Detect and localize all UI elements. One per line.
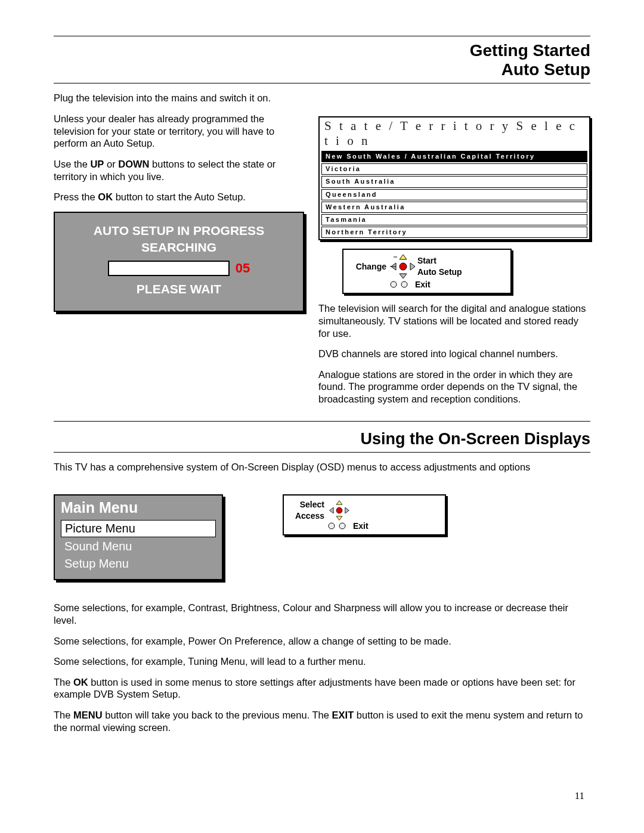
exit-buttons-icon xyxy=(386,280,415,289)
key-name-ok: OK xyxy=(98,191,113,202)
main-menu-title: Main Menu xyxy=(61,499,216,516)
svg-marker-12 xyxy=(345,507,349,513)
state-territory-panel: S t a t e / T e r r i t o r y S e l e c … xyxy=(318,116,590,240)
state-option-nsw-act[interactable]: New South Wales / Australian Capital Ter… xyxy=(321,151,587,162)
progress-counter: 05 xyxy=(236,261,250,276)
auto-setup-progress-panel: AUTO SETUP IN PROGRESS SEARCHING 05 PLEA… xyxy=(54,212,304,312)
svg-point-8 xyxy=(401,281,407,287)
nav-label-start: Start xyxy=(417,255,504,267)
svg-marker-0 xyxy=(400,255,407,259)
state-option-wa[interactable]: Western Australia xyxy=(321,202,587,213)
nav-label-change: Change xyxy=(356,262,386,271)
key-name-exit: EXIT xyxy=(332,710,354,720)
progress-bar xyxy=(108,261,230,276)
progress-line-3: PLEASE WAIT xyxy=(66,282,292,296)
osd-intro: This TV has a comprehensive system of On… xyxy=(54,461,590,473)
progress-line-2: SEARCHING xyxy=(66,240,292,255)
svg-point-4 xyxy=(400,263,407,270)
svg-marker-3 xyxy=(410,263,415,270)
menu-item-sound[interactable]: Sound Menu xyxy=(61,538,216,555)
key-name-ok: OK xyxy=(73,677,88,688)
text-fragment: button is used in some menus to store se… xyxy=(54,677,575,700)
osd-para-3: Some selections, for example, Tuning Men… xyxy=(54,655,590,668)
text-fragment: button to start the Auto Setup. xyxy=(113,191,246,202)
svg-point-13 xyxy=(336,507,342,513)
text-fragment: Press the xyxy=(54,191,98,202)
svg-marker-9 xyxy=(336,500,342,504)
key-name-down: DOWN xyxy=(118,159,149,169)
nav-label-exit: Exit xyxy=(415,280,431,289)
svg-point-14 xyxy=(329,523,335,529)
state-option-vic[interactable]: Victoria xyxy=(321,163,587,175)
svg-marker-1 xyxy=(400,274,407,278)
state-option-qld[interactable]: Queensland xyxy=(321,189,587,200)
page-title: Getting Started Auto Setup xyxy=(54,41,590,79)
search-para-2: DVB channels are stored into logical cha… xyxy=(318,348,590,360)
svg-point-7 xyxy=(391,281,397,287)
key-name-up: UP xyxy=(90,159,104,169)
section-heading-osd: Using the On-Screen Displays xyxy=(54,430,590,448)
text-fragment: or xyxy=(104,159,118,169)
nav-label-exit: Exit xyxy=(353,521,369,531)
text-fragment: Use the xyxy=(54,159,90,169)
intro-para-2: Unless your dealer has already programme… xyxy=(54,113,304,150)
state-panel-title: S t a t e / T e r r i t o r y S e l e c … xyxy=(320,117,589,151)
nav-help-panel-1: Change Start Auto Setup xyxy=(342,249,512,294)
state-option-nt[interactable]: Northern Territory xyxy=(321,227,587,238)
page-number: 11 xyxy=(575,790,584,802)
title-line-2: Auto Setup xyxy=(501,60,590,79)
text-fragment: button will take you back to the previou… xyxy=(103,710,332,720)
text-fragment: The xyxy=(54,677,73,688)
nav-help-panel-2: Select Access xyxy=(283,494,446,535)
nav-label-select: Select xyxy=(290,499,324,510)
intro-para-4: Press the OK button to start the Auto Se… xyxy=(54,191,304,203)
svg-marker-10 xyxy=(336,516,342,520)
nav-label-auto-setup: Auto Setup xyxy=(417,267,504,278)
search-para-3: Analogue stations are stored in the orde… xyxy=(318,368,590,405)
progress-line-1: AUTO SETUP IN PROGRESS xyxy=(66,224,292,238)
osd-para-2: Some selections, for example, Power On P… xyxy=(54,635,590,648)
menu-item-setup[interactable]: Setup Menu xyxy=(61,556,216,572)
osd-para-4: The OK button is used in some menus to s… xyxy=(54,676,590,701)
svg-point-15 xyxy=(339,523,345,529)
state-option-sa[interactable]: South Australia xyxy=(321,176,587,187)
main-menu-panel: Main Menu Picture Menu Sound Menu Setup … xyxy=(54,494,223,580)
svg-marker-11 xyxy=(330,507,334,513)
key-name-menu: MENU xyxy=(73,710,103,720)
text-fragment: The xyxy=(54,710,73,720)
dpad-icon xyxy=(389,253,417,280)
dpad-icon xyxy=(327,500,352,521)
intro-para-3: Use the UP or DOWN buttons to select the… xyxy=(54,158,304,182)
osd-para-5: The MENU button will take you back to th… xyxy=(54,709,590,733)
exit-buttons-icon xyxy=(324,521,353,531)
nav-label-access: Access xyxy=(290,510,324,521)
title-line-1: Getting Started xyxy=(470,41,590,60)
state-option-tas[interactable]: Tasmania xyxy=(321,214,587,225)
osd-para-1: Some selections, for example, Contrast, … xyxy=(54,602,590,626)
intro-para-1: Plug the television into the mains and s… xyxy=(54,92,590,104)
search-para-1: The television will search for the digit… xyxy=(318,302,590,339)
menu-item-picture[interactable]: Picture Menu xyxy=(61,520,216,537)
